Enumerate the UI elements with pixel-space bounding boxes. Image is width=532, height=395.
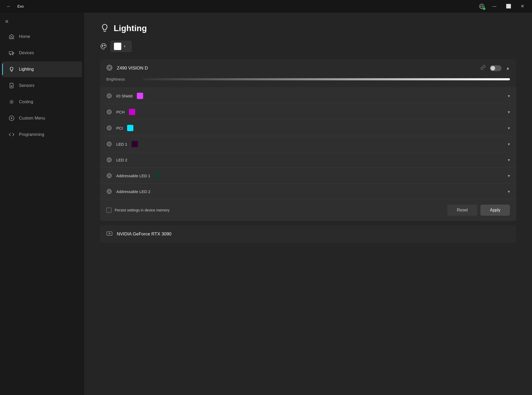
apply-button[interactable]: Apply (480, 205, 510, 216)
sidebar-label-cooling: Cooling (19, 100, 33, 104)
persist-label: Persist settings in device memory (115, 208, 170, 212)
sensors-icon (8, 82, 15, 89)
zone-item-pch: PCH ▾ (100, 104, 516, 120)
zone-color-pch[interactable] (129, 109, 135, 115)
zone-name-pci: PCI (116, 126, 123, 130)
zone-name-addr-led1: Addressable LED 1 (116, 174, 150, 178)
sidebar-item-devices[interactable]: Devices (2, 45, 82, 61)
toggle-knob (490, 66, 495, 71)
dropdown-arrow-icon: ▾ (124, 45, 126, 48)
svg-rect-55 (108, 127, 110, 129)
programming-icon (8, 131, 15, 138)
zone-color-addr-led1[interactable] (154, 172, 161, 179)
sidebar-label-home: Home (19, 34, 30, 39)
device-name-nvidia: NVIDIA GeForce RTX 3090 (117, 231, 172, 237)
svg-rect-27 (108, 95, 110, 97)
zone-color-io-shield[interactable] (137, 93, 143, 99)
svg-rect-3 (9, 52, 13, 54)
zone-item-led2: LED 2 ▾ (100, 152, 516, 167)
device-card-header-z490: Z490 VISION D ▲ (100, 59, 516, 77)
minimize-button[interactable]: — (489, 2, 500, 11)
svg-rect-12 (107, 66, 112, 70)
zone-left-led2: LED 2 (106, 157, 127, 163)
sidebar-item-custom-menu[interactable]: Custom Menu (2, 110, 82, 126)
lighting-page-icon (100, 23, 109, 33)
zone-expand-pch[interactable]: ▾ (508, 110, 510, 115)
zone-expand-led1[interactable]: ▾ (508, 142, 510, 147)
zone-item-io-shield: IO Shield ▾ (100, 88, 516, 104)
device-toggle-z490[interactable] (490, 65, 501, 71)
zone-expand-addr-led2[interactable]: ▾ (508, 189, 510, 194)
sidebar-item-cooling[interactable]: Cooling (2, 94, 82, 110)
sidebar-item-home[interactable]: Home (2, 29, 82, 45)
globe-icon (477, 2, 486, 11)
page-header: Lighting (100, 23, 516, 33)
selected-color-swatch (114, 43, 121, 50)
sidebar-label-devices: Devices (19, 51, 34, 55)
link-icon[interactable] (480, 65, 486, 71)
color-picker-bar: ▾ (100, 41, 516, 52)
persist-checkbox[interactable] (106, 208, 112, 213)
back-button[interactable]: ← (4, 3, 13, 10)
devices-icon (8, 50, 15, 56)
zone-name-pch: PCH (116, 110, 125, 114)
zone-item-pci: PCI ▾ (100, 120, 516, 136)
content-area: ≡ Home (0, 13, 532, 395)
zone-name-led1: LED 1 (116, 142, 127, 146)
lighting-icon (8, 66, 15, 72)
svg-rect-68 (107, 142, 111, 146)
zone-chip-icon-io-shield (106, 93, 112, 99)
svg-point-4 (10, 54, 11, 55)
sidebar-label-lighting: Lighting (19, 67, 34, 72)
page-title: Lighting (114, 23, 147, 33)
sidebar-label-custom-menu: Custom Menu (19, 116, 45, 121)
zone-chip-icon-led2 (106, 157, 112, 163)
svg-rect-41 (108, 111, 110, 113)
zone-item-addr-led1: Addressable LED 1 ▾ (100, 167, 516, 184)
brightness-slider[interactable] (143, 78, 510, 80)
svg-rect-110 (107, 190, 111, 193)
sidebar-item-programming[interactable]: Programming (2, 127, 82, 142)
color-picker-dropdown[interactable]: ▾ (111, 41, 132, 52)
titlebar: ← Exo — ⬜ ✕ (0, 0, 532, 13)
zone-name-io-shield: IO Shield (116, 94, 133, 98)
sidebar-item-sensors[interactable]: Sensors (2, 78, 82, 93)
zone-left-addr-led2: Addressable LED 2 (106, 189, 150, 194)
zone-expand-pci[interactable]: ▾ (508, 126, 510, 131)
zone-left-io-shield: IO Shield (106, 93, 143, 99)
svg-rect-111 (108, 191, 110, 192)
zone-expand-io-shield[interactable]: ▾ (508, 93, 510, 98)
svg-rect-82 (107, 158, 111, 161)
svg-point-11 (102, 46, 103, 47)
menu-toggle-button[interactable]: ≡ (0, 15, 84, 28)
device-header-right: ▲ (480, 65, 510, 71)
reset-button[interactable]: Reset (447, 205, 477, 216)
zone-item-addr-led2: Addressable LED 2 ▾ (100, 184, 516, 199)
zone-chip-icon-addr-led1 (106, 173, 112, 179)
cooling-icon (8, 99, 15, 105)
zone-color-pci[interactable] (127, 125, 133, 131)
app-window: ← Exo — ⬜ ✕ ≡ (0, 0, 532, 395)
svg-rect-13 (108, 67, 111, 69)
maximize-button[interactable]: ⬜ (502, 2, 515, 11)
svg-point-10 (104, 45, 105, 46)
brightness-label: Brightness (106, 77, 138, 81)
titlebar-left: ← Exo (4, 3, 24, 10)
action-buttons: Reset Apply (447, 205, 510, 216)
sidebar-item-lighting[interactable]: Lighting (2, 61, 82, 77)
close-button[interactable]: ✕ (517, 2, 528, 11)
device-card-z490: Z490 VISION D ▲ (100, 59, 516, 221)
zone-chip-icon-pch (106, 109, 112, 115)
palette-icon (100, 43, 107, 50)
svg-rect-69 (108, 143, 110, 145)
svg-point-9 (102, 45, 103, 46)
zone-expand-led2[interactable]: ▾ (508, 157, 510, 162)
sidebar-label-programming: Programming (19, 132, 44, 137)
collapse-arrow-z490[interactable]: ▲ (506, 66, 510, 71)
zone-chip-icon-led1 (106, 141, 112, 147)
zone-color-led1[interactable] (132, 141, 138, 147)
bottom-bar-z490: Persist settings in device memory Reset … (100, 199, 516, 221)
zone-expand-addr-led1[interactable]: ▾ (508, 173, 510, 178)
svg-rect-97 (108, 175, 110, 177)
device-card-nvidia: NVIDIA GeForce RTX 3090 (100, 225, 516, 243)
